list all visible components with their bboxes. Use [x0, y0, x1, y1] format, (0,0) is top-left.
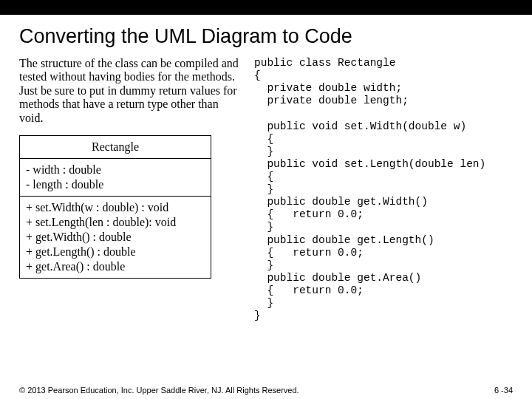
code-listing: public class Rectangle { private double …: [254, 57, 513, 322]
slide-footer: © 2013 Pearson Education, Inc. Upper Sad…: [19, 386, 513, 395]
uml-diagram: Rectangle - width : double - length : do…: [19, 135, 211, 279]
copyright-text: © 2013 Pearson Education, Inc. Upper Sad…: [19, 386, 299, 395]
uml-attributes: - width : double - length : double: [20, 159, 211, 197]
uml-class-name: Rectangle: [20, 136, 211, 159]
intro-paragraph: The structure of the class can be compil…: [19, 57, 241, 125]
left-column: The structure of the class can be compil…: [19, 57, 241, 322]
page-title: Converting the UML Diagram to Code: [19, 25, 513, 48]
slide-body: Converting the UML Diagram to Code The s…: [0, 15, 532, 328]
top-black-strip: [0, 0, 532, 15]
page-number: 6 -34: [494, 386, 513, 395]
two-column-layout: The structure of the class can be compil…: [19, 57, 513, 322]
uml-operations: + set.Width(w : double) : void + set.Len…: [20, 197, 211, 278]
